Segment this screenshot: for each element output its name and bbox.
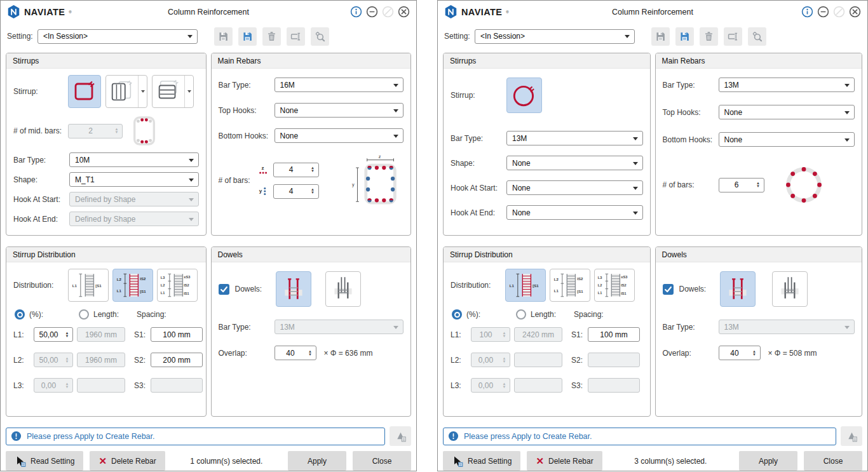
delete-rebar-button[interactable]: ✕ Delete Rebar: [527, 451, 602, 471]
s1-spacing-field[interactable]: 100 mm: [588, 327, 640, 342]
length-radio[interactable]: [516, 309, 526, 320]
l3-percent-spinner: 0,00▲▼: [471, 378, 510, 393]
close-button[interactable]: [849, 6, 861, 18]
overlap-spinner[interactable]: 40▲▼: [275, 346, 316, 360]
preview-setting-button[interactable]: [311, 27, 329, 46]
num-bars-y-spinner[interactable]: 4 ▲▼: [273, 184, 319, 199]
s2-spacing-field: [588, 353, 640, 367]
info-button[interactable]: [350, 6, 362, 18]
distribution-uniform-button[interactable]: L1 [S1: [68, 269, 109, 302]
dowels-checkbox[interactable]: [219, 284, 229, 295]
setting-select[interactable]: <In Session>: [475, 29, 635, 44]
stirrups-group: Stirrups Stirrup:: [6, 53, 207, 236]
ladder-three-zones-icon: L3 L2 L1 xS3 IS2 IS1: [596, 271, 633, 300]
setting-select[interactable]: <In Session>: [37, 29, 198, 44]
preview-setting-button[interactable]: [748, 27, 766, 46]
dowels-offset-button[interactable]: [772, 271, 808, 307]
stirrup-horizontal-dropdown-arrow[interactable]: [184, 76, 193, 107]
dowels-checkbox[interactable]: [663, 284, 674, 295]
save-setting-button[interactable]: [651, 27, 670, 46]
z-axis-icon: z: [258, 164, 269, 175]
stirrup-type-rect-button[interactable]: [68, 75, 101, 108]
top-hooks-select[interactable]: None: [275, 103, 404, 118]
stirrup-shape-select[interactable]: None: [506, 156, 643, 170]
rename-setting-button[interactable]: [287, 27, 305, 46]
save-as-setting-button[interactable]: [238, 27, 257, 46]
dowel-straight-icon: [723, 274, 752, 304]
bottom-hooks-select[interactable]: None: [275, 128, 404, 143]
dowels-offset-button[interactable]: [325, 271, 361, 307]
svg-text:z: z: [261, 165, 264, 171]
s2-spacing-field[interactable]: 200 mm: [151, 353, 203, 367]
dowels-straight-button[interactable]: [276, 271, 311, 307]
percent-radio[interactable]: [15, 309, 25, 320]
delete-setting-button[interactable]: [262, 27, 281, 46]
distribution-two-zones-button[interactable]: L2 L1 IS2 [S1: [550, 269, 590, 302]
delete-setting-button[interactable]: [700, 27, 718, 46]
close-button-footer[interactable]: Close: [353, 451, 411, 471]
num-bars-z-spinner[interactable]: 4 ▲▼: [273, 163, 319, 177]
status-message-box: Please press Apply to Create Rebar.: [443, 428, 836, 445]
horizontal-stirrup-icon: [155, 78, 182, 105]
s1-spacing-field[interactable]: 100 mm: [151, 327, 203, 342]
l1-label: L1:: [13, 330, 30, 339]
circle-stirrup-icon: [510, 81, 539, 110]
read-setting-button[interactable]: Read Setting: [443, 451, 520, 471]
minimize-button[interactable]: [817, 6, 829, 18]
stirrup-distribution-header: Stirrup Distribution: [444, 247, 650, 262]
stirrup-vertical-dropdown-arrow[interactable]: [138, 76, 147, 107]
ladder-two-zones-icon: L2 L1 IS2 [S1: [552, 271, 588, 300]
dowels-group: Dowels Dowels: Bar Type: 13M: [211, 246, 412, 417]
info-exclamation-icon: [448, 431, 459, 442]
percent-label: (%):: [466, 310, 516, 319]
main-rebars-header: Main Rebars: [656, 53, 862, 69]
overlap-spinner[interactable]: 40▲▼: [719, 346, 761, 360]
close-button[interactable]: [398, 6, 410, 18]
rename-setting-button[interactable]: [724, 27, 742, 46]
naviate-logo: NAVIATE ®: [7, 4, 72, 19]
bar-type-label: Bar Type:: [219, 323, 275, 332]
svg-text:IS1: IS1: [621, 292, 626, 295]
distribution-two-zones-button[interactable]: L2 L1 IS2 [S1: [112, 269, 153, 302]
read-setting-button[interactable]: Read Setting: [6, 451, 83, 471]
brand-text: NAVIATE: [461, 7, 502, 17]
length-radio[interactable]: [79, 309, 89, 320]
hook-at-start-select[interactable]: None: [506, 180, 643, 195]
warning-list-button[interactable]: [841, 426, 862, 446]
circular-rebar-layout-diagram: [782, 163, 825, 206]
stirrups-header: Stirrups: [6, 53, 206, 69]
main-bar-type-select[interactable]: 16M: [275, 78, 404, 92]
minimize-button[interactable]: [366, 6, 378, 18]
svg-text:xS3: xS3: [184, 275, 190, 279]
percent-radio[interactable]: [452, 309, 462, 320]
delete-rebar-button[interactable]: ✕ Delete Rebar: [90, 451, 165, 471]
stirrup-type-vertical-split-button[interactable]: [105, 75, 147, 108]
warning-list-button[interactable]: [390, 426, 411, 446]
distribution-uniform-button[interactable]: L1 [S1: [505, 269, 546, 302]
save-as-setting-button[interactable]: [675, 27, 694, 46]
main-bar-type-select[interactable]: 13M: [719, 78, 855, 92]
dowels-label: Dowels:: [235, 285, 276, 293]
stirrup-bar-type-select[interactable]: 10M: [69, 152, 199, 167]
stirrup-type-horizontal-split-button[interactable]: [152, 75, 194, 108]
stirrup-bar-type-select[interactable]: 13M: [506, 131, 643, 145]
dowels-straight-button[interactable]: [720, 271, 756, 307]
l1-percent-spinner[interactable]: 50,00▲▼: [34, 327, 73, 342]
apply-button[interactable]: Apply: [739, 451, 797, 471]
check-icon: [219, 285, 229, 294]
save-setting-button[interactable]: [214, 27, 233, 46]
bottom-hooks-select[interactable]: None: [719, 132, 855, 147]
stirrup-type-circle-button[interactable]: [506, 78, 542, 113]
apply-button[interactable]: Apply: [288, 451, 346, 471]
distribution-three-zones-button[interactable]: L3 L2 L1 xS3 IS2 IS1: [594, 269, 635, 302]
close-button-footer[interactable]: Close: [804, 451, 862, 471]
top-hooks-select[interactable]: None: [719, 105, 855, 119]
stirrup-shape-select[interactable]: M_T1: [69, 172, 199, 187]
selection-status: 1 column(s) selected.: [172, 457, 281, 466]
hook-at-end-select[interactable]: None: [506, 205, 643, 220]
num-bars-spinner[interactable]: 6 ▲▼: [719, 178, 764, 192]
distribution-three-zones-button[interactable]: L3 L2 L1 xS3 IS2 IS1: [157, 269, 198, 302]
l1-percent-spinner: 100▲▼: [471, 327, 510, 342]
info-button[interactable]: [801, 6, 813, 18]
rename-icon: [728, 31, 738, 42]
